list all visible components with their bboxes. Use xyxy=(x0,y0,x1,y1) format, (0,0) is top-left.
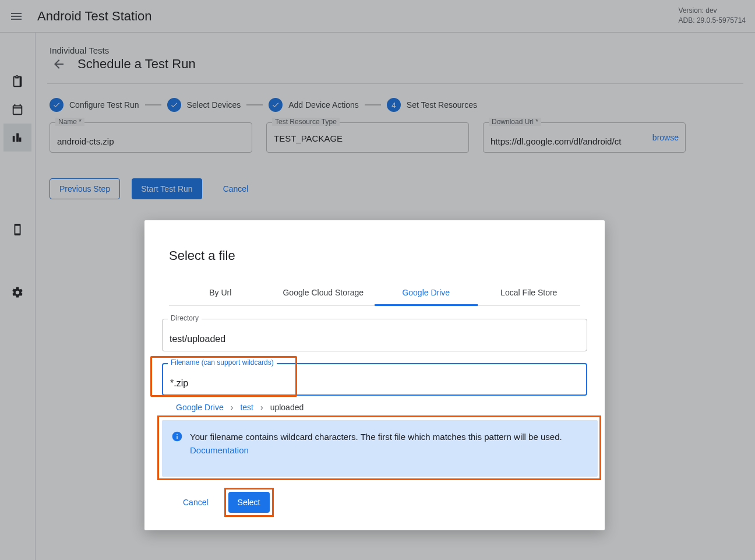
breadcrumb-root[interactable]: Google Drive xyxy=(176,403,224,412)
breadcrumb-folder[interactable]: test xyxy=(240,403,253,412)
dialog-cancel-button[interactable]: Cancel xyxy=(174,492,218,513)
filename-field[interactable] xyxy=(162,363,587,396)
select-file-dialog: Select a file By Url Google Cloud Storag… xyxy=(144,220,605,530)
tab-google-cloud-storage[interactable]: Google Cloud Storage xyxy=(272,281,375,305)
breadcrumb-leaf: uploaded xyxy=(270,403,304,412)
chevron-right-icon: › xyxy=(260,403,263,412)
documentation-link[interactable]: Documentation xyxy=(190,445,249,455)
dialog-title: Select a file xyxy=(169,248,580,263)
dialog-select-button[interactable]: Select xyxy=(228,492,270,513)
directory-field[interactable] xyxy=(162,319,587,351)
dialog-tabs: By Url Google Cloud Storage Google Drive… xyxy=(169,281,580,306)
breadcrumb: Google Drive › test › uploaded xyxy=(176,403,580,412)
tab-by-url[interactable]: By Url xyxy=(169,281,272,305)
tab-local-file-store[interactable]: Local File Store xyxy=(478,281,581,305)
info-banner: Your filename contains wildcard characte… xyxy=(162,420,598,477)
info-icon xyxy=(171,431,183,442)
directory-field-label: Directory xyxy=(168,314,202,322)
tab-google-drive[interactable]: Google Drive xyxy=(375,281,478,306)
filename-field-label: Filename (can support wildcards) xyxy=(168,358,277,367)
info-text: Your filename contains wildcard characte… xyxy=(190,432,562,442)
chevron-right-icon: › xyxy=(231,403,234,412)
